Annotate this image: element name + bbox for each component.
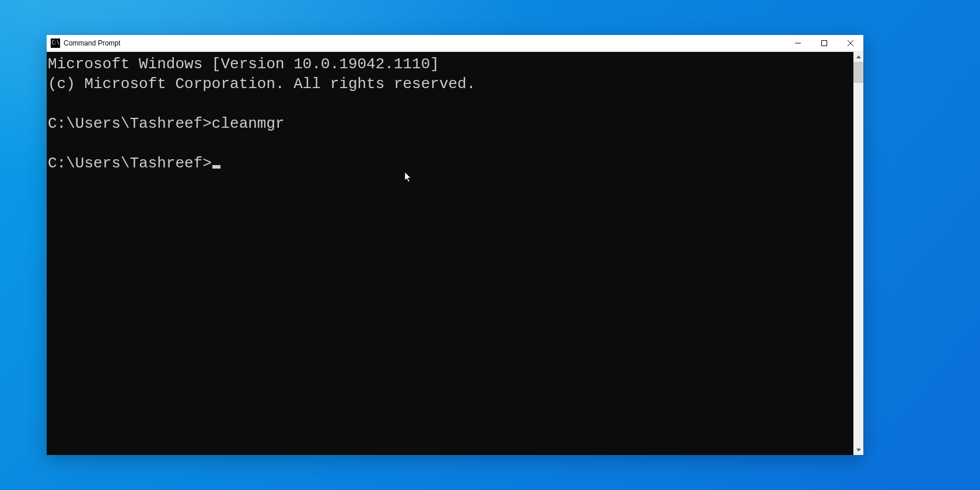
title-bar[interactable]: Command Prompt — [47, 35, 863, 52]
close-button[interactable] — [837, 35, 863, 51]
window-title: Command Prompt — [64, 39, 120, 47]
console-line: C:\Users\Tashreef>cleanmgr — [48, 115, 285, 132]
console-line: (c) Microsoft Corporation. All rights re… — [48, 75, 475, 93]
svg-rect-1 — [821, 41, 827, 46]
console-output[interactable]: Microsoft Windows [Version 10.0.19042.11… — [47, 52, 853, 455]
window-controls — [785, 35, 863, 51]
maximize-icon — [821, 40, 827, 46]
cmd-icon — [51, 38, 60, 48]
chevron-down-icon — [856, 449, 861, 452]
vertical-scrollbar[interactable] — [853, 52, 863, 455]
scroll-down-button[interactable] — [853, 445, 863, 455]
maximize-button[interactable] — [811, 35, 837, 51]
scroll-up-button[interactable] — [853, 52, 863, 62]
text-cursor — [212, 165, 220, 169]
client-area: Microsoft Windows [Version 10.0.19042.11… — [47, 52, 863, 455]
chevron-up-icon — [856, 55, 861, 58]
console-line: Microsoft Windows [Version 10.0.19042.11… — [48, 55, 439, 73]
close-icon — [848, 40, 853, 46]
scrollbar-track[interactable] — [853, 62, 863, 445]
minimize-button[interactable] — [785, 35, 811, 51]
scrollbar-thumb[interactable] — [853, 62, 863, 83]
console-prompt: C:\Users\Tashreef> — [48, 155, 212, 172]
minimize-icon — [795, 40, 801, 46]
command-prompt-window: Command Prompt Microsoft Windows [Versio… — [47, 35, 863, 455]
